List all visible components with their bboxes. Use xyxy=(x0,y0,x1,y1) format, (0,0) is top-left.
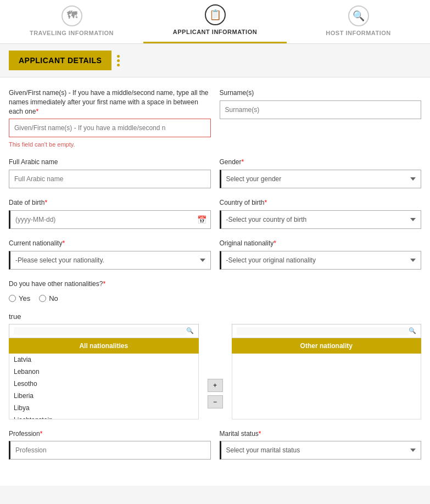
gender-col: Gender* Select your gender xyxy=(220,158,422,188)
true-label: true xyxy=(9,312,421,321)
nationality-pickers: 🔍 All nationalities LatviaLebanonLesotho… xyxy=(9,324,421,419)
list-item[interactable]: Liechtenstein xyxy=(9,414,198,419)
nationality-section: true 🔍 All nationalities LatviaLebanonLe… xyxy=(9,312,421,419)
all-nat-header: All nationalities xyxy=(9,338,199,354)
no-radio[interactable] xyxy=(39,295,46,302)
all-nat-list[interactable]: LatviaLebanonLesothoLiberiaLibyaLiechten… xyxy=(9,354,199,419)
list-item[interactable]: Lesotho xyxy=(9,378,198,390)
current-nat-col: Current nationality* -Please select your… xyxy=(9,239,211,270)
profession-marital-row: Profession* Marital status* Select your … xyxy=(9,429,421,460)
arabic-name-label: Full Arabic name xyxy=(9,158,211,167)
current-nat-select[interactable]: -Please select your nationality. xyxy=(9,251,211,270)
profession-input[interactable] xyxy=(9,441,211,460)
cob-col: Country of birth* -Select your country o… xyxy=(220,198,422,229)
profession-col: Profession* xyxy=(9,429,211,460)
other-nat-question: Do you have other nationalities?* Yes No xyxy=(9,279,421,303)
original-nat-col: Original nationality* -Select your origi… xyxy=(220,239,422,270)
host-icon: 🔍 xyxy=(348,5,369,26)
host-tab-label: HOST INFORMATION xyxy=(326,30,390,36)
other-nat-search-wrap: 🔍 xyxy=(232,324,422,338)
gender-label: Gender* xyxy=(220,158,422,167)
nationality-row: Current nationality* -Please select your… xyxy=(9,239,421,270)
list-item[interactable]: Libya xyxy=(9,402,198,414)
dob-label: Date of birth* xyxy=(9,198,211,208)
surname-col: Surname(s) xyxy=(220,88,422,148)
applicant-tab-label: APPLICANT INFORMATION xyxy=(173,29,257,35)
given-name-label: Given/First name(s) - If you have a midd… xyxy=(9,88,211,116)
tab-applicant[interactable]: 📋 APPLICANT INFORMATION xyxy=(143,0,287,43)
arabic-name-col: Full Arabic name xyxy=(9,158,211,188)
marital-select[interactable]: Select your marital status xyxy=(220,441,422,460)
all-nationalities-box: 🔍 All nationalities LatviaLebanonLesotho… xyxy=(9,324,199,419)
applicant-details-button[interactable]: APPLICANT DETAILS xyxy=(9,51,111,70)
dob-input[interactable] xyxy=(9,210,211,229)
tab-host[interactable]: 🔍 HOST INFORMATION xyxy=(287,0,430,43)
arabic-gender-row: Full Arabic name Gender* Select your gen… xyxy=(9,158,421,188)
list-item[interactable]: Latvia xyxy=(9,354,198,366)
list-item[interactable]: Lebanon xyxy=(9,366,198,378)
given-name-error: This field can't be empty. xyxy=(9,141,211,148)
other-nationality-box: 🔍 Other nationality xyxy=(232,324,422,419)
original-nat-label: Original nationality* xyxy=(220,239,422,248)
remove-nationality-button[interactable]: − xyxy=(208,395,223,408)
dob-input-wrap: 📅 xyxy=(9,210,211,229)
other-nat-list[interactable] xyxy=(232,354,422,419)
gender-select[interactable]: Select your gender xyxy=(220,170,422,188)
given-name-input[interactable] xyxy=(9,119,211,137)
yes-radio-label[interactable]: Yes xyxy=(9,294,30,303)
traveling-tab-label: TRAVELING INFORMATION xyxy=(30,30,114,36)
dot2 xyxy=(117,59,120,62)
nat-arrow-buttons: + − xyxy=(208,324,223,419)
applicant-icon: 📋 xyxy=(205,4,226,25)
add-nationality-button[interactable]: + xyxy=(208,379,223,392)
all-nat-search-wrap: 🔍 xyxy=(9,324,199,338)
all-nat-search-input[interactable] xyxy=(14,327,186,335)
form-area: Given/First name(s) - If you have a midd… xyxy=(0,77,430,486)
current-nat-label: Current nationality* xyxy=(9,239,211,248)
more-options-icon[interactable] xyxy=(117,55,120,66)
other-nat-radio-group: Yes No xyxy=(9,294,421,303)
name-row: Given/First name(s) - If you have a midd… xyxy=(9,88,421,148)
other-nat-search-input[interactable] xyxy=(237,327,409,335)
dob-cob-row: Date of birth* 📅 Country of birth* -Sele… xyxy=(9,198,421,229)
other-nat-header: Other nationality xyxy=(232,338,422,354)
header-tabs: 🗺 TRAVELING INFORMATION 📋 APPLICANT INFO… xyxy=(0,0,430,44)
section-header: APPLICANT DETAILS xyxy=(0,44,430,77)
list-item[interactable]: Liberia xyxy=(9,390,198,402)
given-name-col: Given/First name(s) - If you have a midd… xyxy=(9,88,211,148)
arabic-name-input[interactable] xyxy=(9,170,211,188)
other-nat-label: Do you have other nationalities?* xyxy=(9,279,421,289)
dot1 xyxy=(117,55,120,58)
cob-label: Country of birth* xyxy=(220,198,422,208)
surname-label: Surname(s) xyxy=(220,88,422,98)
tab-traveling[interactable]: 🗺 TRAVELING INFORMATION xyxy=(0,0,143,43)
dob-col: Date of birth* 📅 xyxy=(9,198,211,229)
all-nat-search-icon: 🔍 xyxy=(186,327,194,334)
dot3 xyxy=(117,64,120,66)
yes-radio[interactable] xyxy=(9,295,16,302)
surname-input[interactable] xyxy=(220,100,422,119)
other-nat-search-icon: 🔍 xyxy=(409,327,416,334)
profession-label: Profession* xyxy=(9,429,211,439)
cob-select[interactable]: -Select your country of birth xyxy=(220,210,422,229)
marital-col: Marital status* Select your marital stat… xyxy=(220,429,422,460)
no-radio-label[interactable]: No xyxy=(39,294,58,303)
original-nat-select[interactable]: -Select your original nationality xyxy=(220,251,422,270)
traveling-icon: 🗺 xyxy=(62,5,82,26)
marital-label: Marital status* xyxy=(220,429,422,439)
